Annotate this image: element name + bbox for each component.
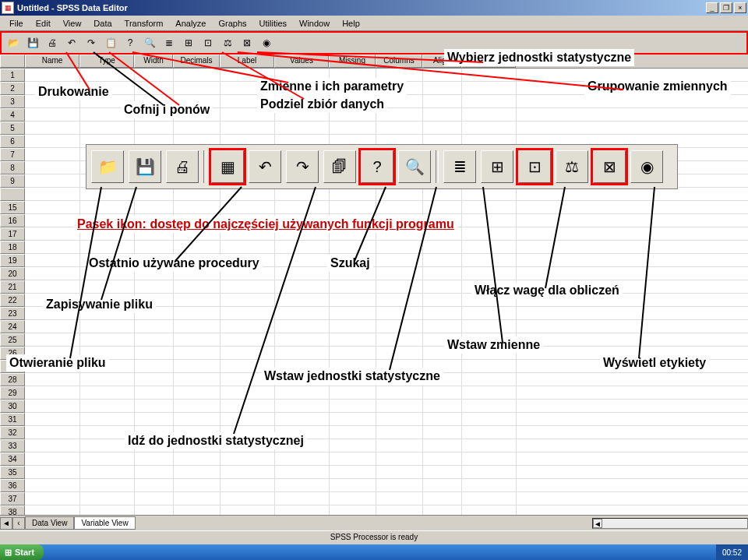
row-header[interactable]: 21: [0, 280, 25, 294]
row-header[interactable]: 4: [0, 108, 25, 122]
col-label[interactable]: Label: [220, 55, 274, 68]
h-scrollbar[interactable]: ◄: [592, 518, 748, 529]
status-bar: SPSS Processor is ready: [0, 530, 748, 544]
split-icon[interactable]: ⊡: [199, 34, 217, 51]
row-header[interactable]: 27: [0, 360, 25, 373]
weight-icon[interactable]: ⚖: [219, 34, 236, 51]
tab-first[interactable]: ◄: [0, 517, 12, 530]
row-header[interactable]: 5: [0, 122, 25, 135]
menu-view[interactable]: View: [57, 17, 88, 30]
col-align[interactable]: Align: [422, 55, 461, 68]
window-title: Untitled - SPSS Data Editor: [17, 3, 706, 12]
row-header[interactable]: 3: [0, 95, 25, 108]
menu-data[interactable]: Data: [87, 17, 118, 30]
help-icon[interactable]: ?: [122, 34, 139, 51]
insert-var-icon[interactable]: ⊞: [180, 34, 197, 51]
title-bar: ▦ Untitled - SPSS Data Editor _ ❐ ×: [0, 0, 748, 16]
col-decimals[interactable]: Decimals: [173, 55, 220, 68]
row-header[interactable]: 34: [0, 453, 25, 466]
row-header[interactable]: [0, 188, 25, 201]
row-header[interactable]: 26: [0, 347, 25, 360]
row-header[interactable]: 1: [0, 69, 25, 82]
col-measure[interactable]: Measure: [461, 55, 516, 68]
row-header[interactable]: 22: [0, 294, 25, 307]
row-header[interactable]: 25: [0, 333, 25, 347]
tab-prev[interactable]: ‹: [12, 517, 25, 530]
print-icon[interactable]: 🖨: [44, 34, 61, 51]
menu-help[interactable]: Help: [336, 17, 366, 30]
row-header[interactable]: 8: [0, 161, 25, 174]
row-header[interactable]: 28: [0, 373, 25, 386]
menu-edit[interactable]: Edit: [30, 17, 57, 30]
big-toolbar-button-2: 🖨: [166, 150, 199, 183]
value-labels-icon[interactable]: ◉: [258, 34, 275, 51]
big-toolbar-button-9: 🔍: [398, 150, 431, 183]
restore-button[interactable]: ❐: [720, 2, 732, 13]
big-toolbar-button-6: ↷: [286, 150, 319, 183]
undo-icon[interactable]: ↶: [63, 34, 80, 51]
row-header[interactable]: 35: [0, 466, 25, 479]
row-header[interactable]: 30: [0, 400, 25, 413]
row-header[interactable]: 33: [0, 439, 25, 453]
find-icon[interactable]: 🔍: [141, 34, 158, 51]
big-toolbar-button-13: ⊡: [518, 150, 551, 183]
system-tray[interactable]: 00:52: [716, 544, 748, 560]
goto-icon[interactable]: 📋: [102, 34, 119, 51]
big-toolbar-button-5: ↶: [249, 150, 281, 183]
big-toolbar-button-15: ⊠: [593, 150, 626, 183]
col-name[interactable]: Name: [25, 55, 79, 68]
toolbar: 📂 💾 🖨 ↶ ↷ 📋 ? 🔍 ≣ ⊞ ⊡ ⚖ ⊠ ◉: [0, 31, 748, 55]
row-header[interactable]: 29: [0, 386, 25, 400]
menu-utilities[interactable]: Utilities: [253, 17, 293, 30]
row-header[interactable]: 20: [0, 267, 25, 280]
row-header[interactable]: 9: [0, 174, 25, 188]
insert-case-icon[interactable]: ≣: [161, 34, 178, 51]
row-header[interactable]: 2: [0, 82, 25, 95]
minimize-button[interactable]: _: [706, 2, 718, 13]
big-toolbar-button-4: ▦: [211, 150, 244, 183]
enlarged-toolbar: 📁💾🖨▦↶↷🗐?🔍≣⊞⊡⚖⊠◉: [86, 144, 678, 189]
row-header[interactable]: 18: [0, 241, 25, 254]
row-header[interactable]: 23: [0, 307, 25, 320]
row-header[interactable]: 17: [0, 227, 25, 241]
redo-icon[interactable]: ↷: [83, 34, 100, 51]
menu-bar: File Edit View Data Transform Analyze Gr…: [0, 16, 748, 31]
open-icon[interactable]: 📂: [5, 34, 22, 51]
clock: 00:52: [722, 548, 742, 557]
col-columns[interactable]: Columns: [376, 55, 422, 68]
col-values[interactable]: Values: [274, 55, 329, 68]
row-header[interactable]: 32: [0, 426, 25, 439]
select-icon[interactable]: ⊠: [238, 34, 256, 51]
menu-graphs[interactable]: Graphs: [212, 17, 252, 30]
row-header[interactable]: 37: [0, 492, 25, 505]
view-tabs: ◄ ‹ Data View Variable View ◄: [0, 515, 748, 530]
row-header[interactable]: 31: [0, 413, 25, 426]
menu-analyze[interactable]: Analyze: [169, 17, 212, 30]
menu-file[interactable]: File: [3, 17, 30, 30]
data-grid[interactable]: 1234567891516171819202122232425262728293…: [0, 69, 748, 536]
big-toolbar-button-1: 💾: [129, 150, 161, 183]
status-text: SPSS Processor is ready: [330, 533, 418, 541]
col-missing[interactable]: Missing: [329, 55, 376, 68]
col-type[interactable]: Type: [79, 55, 134, 68]
row-header[interactable]: 16: [0, 214, 25, 227]
row-header[interactable]: 6: [0, 135, 25, 148]
start-button[interactable]: ⊞Start: [0, 544, 44, 560]
row-header[interactable]: 36: [0, 479, 25, 492]
menu-window[interactable]: Window: [293, 17, 336, 30]
save-icon[interactable]: 💾: [24, 34, 41, 51]
row-header[interactable]: 15: [0, 201, 25, 214]
close-button[interactable]: ×: [734, 2, 746, 13]
corner-cell: [0, 55, 25, 68]
app-icon: ▦: [2, 2, 14, 14]
row-header[interactable]: 19: [0, 254, 25, 267]
menu-transform[interactable]: Transform: [118, 17, 170, 30]
tab-data-view[interactable]: Data View: [25, 516, 74, 530]
tab-variable-view[interactable]: Variable View: [74, 516, 135, 530]
taskbar: ⊞Start 00:52: [0, 544, 748, 560]
col-width[interactable]: Width: [134, 55, 173, 68]
row-header[interactable]: 7: [0, 148, 25, 161]
row-header[interactable]: 24: [0, 320, 25, 333]
big-toolbar-button-14: ⚖: [556, 150, 588, 183]
big-toolbar-button-0: 📁: [91, 150, 124, 183]
